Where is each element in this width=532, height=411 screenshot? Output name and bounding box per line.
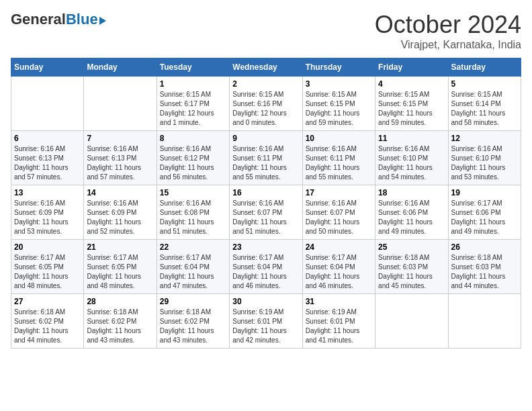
day-info: Sunrise: 6:16 AM Sunset: 6:11 PM Dayligh… — [306, 144, 372, 182]
calendar-cell: 7Sunrise: 6:16 AM Sunset: 6:13 PM Daylig… — [84, 131, 157, 185]
month-title: October 2024 — [375, 11, 521, 39]
day-info: Sunrise: 6:16 AM Sunset: 6:13 PM Dayligh… — [14, 144, 81, 182]
logo-arrow-icon — [99, 17, 106, 25]
day-info: Sunrise: 6:19 AM Sunset: 6:01 PM Dayligh… — [232, 308, 299, 345]
day-info: Sunrise: 6:18 AM Sunset: 6:02 PM Dayligh… — [87, 308, 153, 345]
calendar-week-row: 1Sunrise: 6:15 AM Sunset: 6:17 PM Daylig… — [11, 77, 521, 131]
calendar-cell: 18Sunrise: 6:16 AM Sunset: 6:06 PM Dayli… — [375, 185, 448, 240]
day-number: 17 — [306, 188, 372, 197]
day-info: Sunrise: 6:19 AM Sunset: 6:01 PM Dayligh… — [306, 308, 372, 345]
calendar-cell: 6Sunrise: 6:16 AM Sunset: 6:13 PM Daylig… — [11, 131, 84, 185]
calendar-cell: 3Sunrise: 6:15 AM Sunset: 6:15 PM Daylig… — [302, 77, 375, 131]
day-info: Sunrise: 6:18 AM Sunset: 6:03 PM Dayligh… — [378, 253, 445, 291]
calendar-cell: 24Sunrise: 6:17 AM Sunset: 6:04 PM Dayli… — [302, 240, 375, 294]
logo-general: General — [11, 11, 66, 28]
calendar-cell: 4Sunrise: 6:15 AM Sunset: 6:15 PM Daylig… — [375, 77, 448, 131]
calendar-cell: 10Sunrise: 6:16 AM Sunset: 6:11 PM Dayli… — [302, 131, 375, 185]
logo: General Blue — [11, 11, 106, 28]
day-info: Sunrise: 6:17 AM Sunset: 6:04 PM Dayligh… — [306, 253, 372, 291]
day-info: Sunrise: 6:15 AM Sunset: 6:17 PM Dayligh… — [160, 90, 226, 128]
day-info: Sunrise: 6:16 AM Sunset: 6:09 PM Dayligh… — [87, 199, 153, 236]
day-number: 12 — [451, 134, 518, 143]
day-number: 3 — [306, 79, 372, 89]
weekday-header: Thursday — [302, 58, 375, 77]
day-number: 21 — [87, 242, 153, 252]
day-number: 14 — [87, 188, 153, 197]
day-number: 23 — [232, 242, 299, 252]
day-info: Sunrise: 6:18 AM Sunset: 6:02 PM Dayligh… — [160, 308, 226, 345]
day-info: Sunrise: 6:16 AM Sunset: 6:10 PM Dayligh… — [451, 144, 518, 182]
calendar-cell: 2Sunrise: 6:15 AM Sunset: 6:16 PM Daylig… — [230, 77, 302, 131]
day-info: Sunrise: 6:16 AM Sunset: 6:06 PM Dayligh… — [378, 199, 445, 236]
day-number: 24 — [306, 242, 372, 252]
day-number: 31 — [306, 297, 372, 306]
day-number: 4 — [378, 79, 445, 89]
calendar-cell: 5Sunrise: 6:15 AM Sunset: 6:14 PM Daylig… — [448, 77, 521, 131]
day-info: Sunrise: 6:16 AM Sunset: 6:10 PM Dayligh… — [378, 144, 445, 182]
calendar-cell: 19Sunrise: 6:17 AM Sunset: 6:06 PM Dayli… — [448, 185, 521, 240]
calendar-cell: 13Sunrise: 6:16 AM Sunset: 6:09 PM Dayli… — [11, 185, 84, 240]
day-info: Sunrise: 6:16 AM Sunset: 6:08 PM Dayligh… — [160, 199, 226, 236]
day-info: Sunrise: 6:16 AM Sunset: 6:11 PM Dayligh… — [232, 144, 299, 182]
day-number: 9 — [232, 134, 299, 143]
calendar-cell: 8Sunrise: 6:16 AM Sunset: 6:12 PM Daylig… — [157, 131, 229, 185]
calendar-week-row: 20Sunrise: 6:17 AM Sunset: 6:05 PM Dayli… — [11, 240, 521, 294]
day-info: Sunrise: 6:16 AM Sunset: 6:09 PM Dayligh… — [14, 199, 81, 236]
day-info: Sunrise: 6:16 AM Sunset: 6:07 PM Dayligh… — [306, 199, 372, 236]
calendar-body: 1Sunrise: 6:15 AM Sunset: 6:17 PM Daylig… — [11, 77, 521, 349]
calendar-cell: 20Sunrise: 6:17 AM Sunset: 6:05 PM Dayli… — [11, 240, 84, 294]
day-number: 6 — [14, 134, 81, 143]
calendar-cell — [84, 77, 157, 131]
day-number: 11 — [378, 134, 445, 143]
title-section: October 2024 Virajpet, Karnataka, India — [375, 11, 521, 51]
calendar-cell — [11, 77, 84, 131]
day-number: 5 — [451, 79, 518, 89]
day-info: Sunrise: 6:17 AM Sunset: 6:04 PM Dayligh… — [160, 253, 226, 291]
calendar-cell: 14Sunrise: 6:16 AM Sunset: 6:09 PM Dayli… — [84, 185, 157, 240]
day-number: 25 — [378, 242, 445, 252]
day-info: Sunrise: 6:18 AM Sunset: 6:02 PM Dayligh… — [14, 308, 81, 345]
day-number: 30 — [232, 297, 299, 306]
calendar-cell: 15Sunrise: 6:16 AM Sunset: 6:08 PM Dayli… — [157, 185, 229, 240]
day-info: Sunrise: 6:15 AM Sunset: 6:15 PM Dayligh… — [306, 90, 372, 128]
day-info: Sunrise: 6:15 AM Sunset: 6:16 PM Dayligh… — [232, 90, 299, 128]
calendar-header: SundayMondayTuesdayWednesdayThursdayFrid… — [11, 58, 521, 77]
day-info: Sunrise: 6:17 AM Sunset: 6:04 PM Dayligh… — [232, 253, 299, 291]
weekday-header: Saturday — [448, 58, 521, 77]
day-info: Sunrise: 6:15 AM Sunset: 6:15 PM Dayligh… — [378, 90, 445, 128]
calendar-cell: 9Sunrise: 6:16 AM Sunset: 6:11 PM Daylig… — [230, 131, 302, 185]
day-info: Sunrise: 6:15 AM Sunset: 6:14 PM Dayligh… — [451, 90, 518, 128]
calendar-cell: 11Sunrise: 6:16 AM Sunset: 6:10 PM Dayli… — [375, 131, 448, 185]
calendar-cell: 31Sunrise: 6:19 AM Sunset: 6:01 PM Dayli… — [302, 294, 375, 349]
location: Virajpet, Karnataka, India — [375, 39, 521, 51]
calendar-week-row: 27Sunrise: 6:18 AM Sunset: 6:02 PM Dayli… — [11, 294, 521, 349]
calendar-cell: 12Sunrise: 6:16 AM Sunset: 6:10 PM Dayli… — [448, 131, 521, 185]
day-info: Sunrise: 6:18 AM Sunset: 6:03 PM Dayligh… — [451, 253, 518, 291]
calendar-cell: 27Sunrise: 6:18 AM Sunset: 6:02 PM Dayli… — [11, 294, 84, 349]
day-info: Sunrise: 6:17 AM Sunset: 6:05 PM Dayligh… — [87, 253, 153, 291]
day-number: 8 — [160, 134, 226, 143]
day-number: 18 — [378, 188, 445, 197]
calendar-cell: 16Sunrise: 6:16 AM Sunset: 6:07 PM Dayli… — [230, 185, 302, 240]
weekday-header: Wednesday — [230, 58, 302, 77]
calendar-week-row: 6Sunrise: 6:16 AM Sunset: 6:13 PM Daylig… — [11, 131, 521, 185]
page-header: General Blue October 2024 Virajpet, Karn… — [11, 11, 521, 51]
calendar-cell: 28Sunrise: 6:18 AM Sunset: 6:02 PM Dayli… — [84, 294, 157, 349]
calendar-cell: 21Sunrise: 6:17 AM Sunset: 6:05 PM Dayli… — [84, 240, 157, 294]
day-number: 22 — [160, 242, 226, 252]
day-number: 20 — [14, 242, 81, 252]
calendar-cell — [448, 294, 521, 349]
calendar-cell: 26Sunrise: 6:18 AM Sunset: 6:03 PM Dayli… — [448, 240, 521, 294]
weekday-header: Sunday — [11, 58, 84, 77]
day-number: 2 — [232, 79, 299, 89]
calendar-cell: 30Sunrise: 6:19 AM Sunset: 6:01 PM Dayli… — [230, 294, 302, 349]
day-number: 27 — [14, 297, 81, 306]
weekday-header: Monday — [84, 58, 157, 77]
day-number: 26 — [451, 242, 518, 252]
day-info: Sunrise: 6:17 AM Sunset: 6:05 PM Dayligh… — [14, 253, 81, 291]
day-number: 29 — [160, 297, 226, 306]
calendar-cell: 23Sunrise: 6:17 AM Sunset: 6:04 PM Dayli… — [230, 240, 302, 294]
weekday-header: Friday — [375, 58, 448, 77]
calendar-table: SundayMondayTuesdayWednesdayThursdayFrid… — [11, 58, 521, 349]
day-number: 19 — [451, 188, 518, 197]
